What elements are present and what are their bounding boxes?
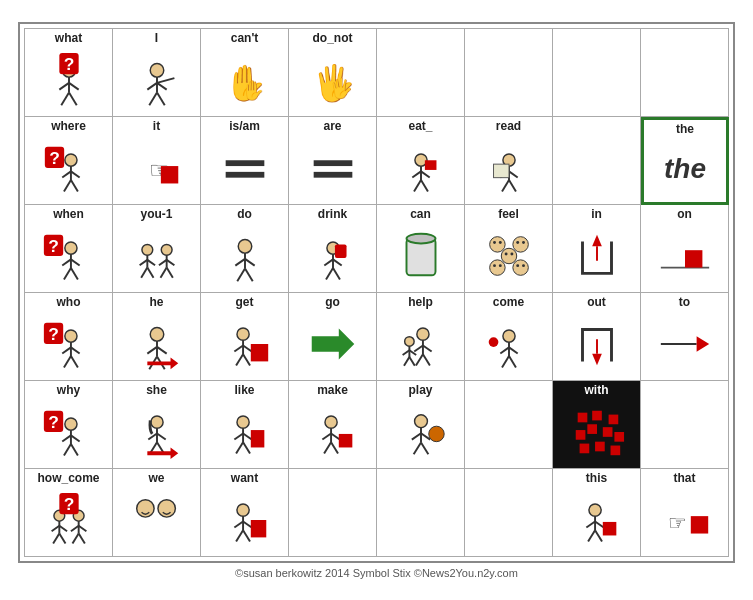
svg-line-5	[69, 93, 77, 106]
cell-on[interactable]: on	[641, 205, 729, 293]
cell-can[interactable]: can	[377, 205, 465, 293]
svg-line-202	[78, 526, 86, 531]
cell-drink[interactable]: drink	[289, 205, 377, 293]
cell-come[interactable]: come	[465, 293, 553, 381]
cell-make[interactable]: make	[289, 381, 377, 469]
svg-line-128	[415, 354, 422, 365]
cell-empty06[interactable]	[553, 29, 641, 117]
cell-isam[interactable]: is/am	[201, 117, 289, 205]
svg-line-121	[243, 354, 250, 365]
svg-point-19	[64, 154, 76, 166]
cell-icon-it: ☞	[115, 135, 198, 202]
cell-play[interactable]: play	[377, 381, 465, 469]
cell-label-like: like	[234, 384, 254, 397]
cell-help[interactable]: help	[377, 293, 465, 381]
cell-how_come[interactable]: how_come?	[25, 469, 113, 557]
cell-with[interactable]: with	[553, 381, 641, 469]
svg-text:?: ?	[49, 148, 60, 168]
cell-I[interactable]: I	[113, 29, 201, 117]
svg-line-211	[234, 522, 243, 528]
svg-text:?: ?	[48, 324, 59, 344]
cell-to[interactable]: to	[641, 293, 729, 381]
svg-line-218	[586, 522, 595, 528]
cell-empty53[interactable]	[289, 469, 377, 557]
cell-like[interactable]: like	[201, 381, 289, 469]
svg-line-204	[78, 534, 84, 544]
svg-line-219	[595, 522, 604, 528]
svg-line-44	[502, 180, 509, 191]
cell-feel[interactable]: feel	[465, 205, 553, 293]
cell-eat[interactable]: eat_	[377, 117, 465, 205]
cell-read[interactable]: read	[465, 117, 553, 205]
cell-empty16[interactable]	[553, 117, 641, 205]
svg-point-182	[428, 426, 443, 441]
cell-icon-she	[115, 399, 198, 466]
cell-label-cant: can't	[231, 32, 259, 45]
cell-empty54[interactable]	[377, 469, 465, 557]
cell-icon-in	[555, 223, 638, 290]
cell-empty04[interactable]	[377, 29, 465, 117]
cell-cant[interactable]: can't✋✋	[201, 29, 289, 117]
svg-point-85	[512, 237, 527, 252]
cell-where[interactable]: where?	[25, 117, 113, 205]
svg-line-105	[63, 356, 70, 367]
cell-it[interactable]: it☞	[113, 117, 201, 205]
cell-get[interactable]: get	[201, 293, 289, 381]
footer: ©susan berkowitz 2014 Symbol Stix ©News2…	[235, 567, 518, 579]
svg-line-196	[59, 526, 67, 531]
cell-out[interactable]: out	[553, 293, 641, 381]
svg-line-152	[70, 444, 77, 455]
cell-why[interactable]: why?	[25, 381, 113, 469]
svg-rect-215	[250, 520, 265, 537]
cell-empty45[interactable]	[465, 381, 553, 469]
cell-he[interactable]: he	[113, 293, 201, 381]
cell-what[interactable]: what?	[25, 29, 113, 117]
cell-we[interactable]: we	[113, 469, 201, 557]
svg-line-71	[237, 269, 245, 282]
cell-who[interactable]: who?	[25, 293, 113, 381]
svg-rect-183	[577, 413, 587, 423]
svg-line-149	[62, 435, 71, 441]
cell-are[interactable]: are	[289, 117, 377, 205]
cell-icon-come	[467, 311, 550, 378]
cell-she[interactable]: she	[113, 381, 201, 469]
svg-point-136	[502, 330, 514, 342]
cell-when[interactable]: when?	[25, 205, 113, 293]
svg-rect-100	[685, 250, 702, 267]
cell-do_not[interactable]: do_not🖐🖐	[289, 29, 377, 117]
svg-line-12	[149, 93, 157, 106]
svg-line-197	[53, 534, 59, 544]
board-container: what?Ican't✋✋do_not🖐🖐where?it☞is/amareea…	[18, 22, 735, 563]
svg-line-11	[157, 83, 167, 90]
symbol-grid: what?Ican't✋✋do_not🖐🖐where?it☞is/amareea…	[24, 28, 729, 557]
svg-line-180	[413, 442, 420, 454]
cell-go[interactable]: go	[289, 293, 377, 381]
cell-empty47[interactable]	[641, 381, 729, 469]
svg-line-167	[243, 442, 250, 453]
cell-in[interactable]: in	[553, 205, 641, 293]
cell-icon-why: ?	[27, 399, 110, 466]
svg-line-164	[234, 434, 243, 440]
cell-empty55[interactable]	[465, 469, 553, 557]
cell-the[interactable]: thethe	[641, 117, 729, 205]
cell-want[interactable]: want	[201, 469, 289, 557]
cell-you1[interactable]: you-1	[113, 205, 201, 293]
svg-text:🖐: 🖐	[328, 77, 353, 100]
cell-empty07[interactable]	[641, 29, 729, 117]
svg-point-95	[504, 253, 507, 256]
cell-icon-do_not: 🖐🖐	[291, 47, 374, 114]
cell-icon-how_come: ?	[27, 487, 110, 554]
svg-line-195	[51, 526, 59, 531]
svg-line-37	[414, 180, 421, 191]
svg-line-132	[402, 350, 409, 355]
cell-icon-he	[115, 311, 198, 378]
cell-empty05[interactable]	[465, 29, 553, 117]
cell-this[interactable]: this	[553, 469, 641, 557]
svg-point-92	[516, 264, 519, 267]
cell-icon-out	[555, 311, 638, 378]
cell-that[interactable]: that☞	[641, 469, 729, 557]
svg-marker-146	[696, 336, 709, 351]
cell-do[interactable]: do	[201, 205, 289, 293]
svg-line-22	[70, 171, 79, 177]
svg-point-142	[488, 337, 498, 347]
